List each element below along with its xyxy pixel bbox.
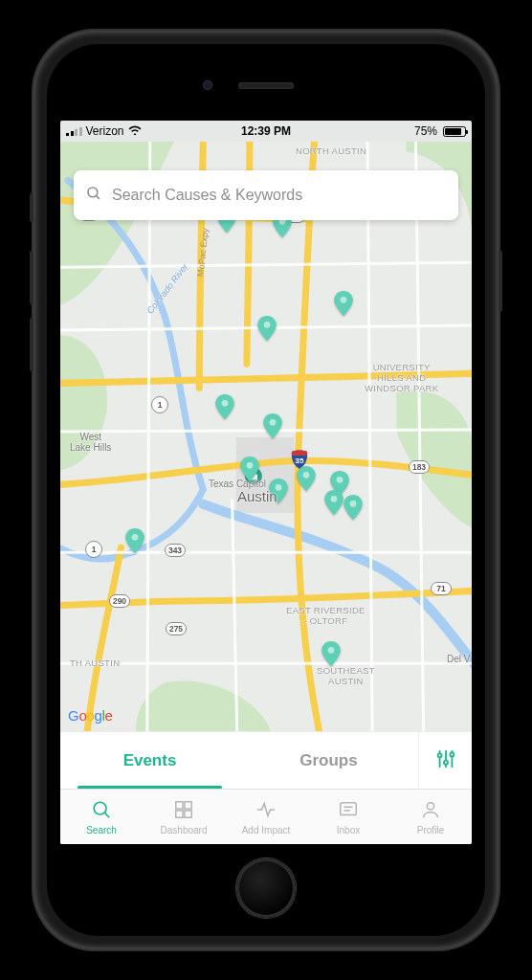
svg-point-8 [264, 322, 271, 328]
tab-label: Profile [417, 825, 444, 835]
phone-volume-down [30, 318, 33, 371]
svg-point-23 [437, 753, 441, 757]
tab-profile[interactable]: Profile [389, 790, 472, 844]
phone-mute-switch [30, 193, 33, 222]
svg-rect-31 [185, 801, 191, 808]
event-marker[interactable] [344, 495, 363, 520]
event-marker[interactable] [321, 641, 341, 666]
map-label: Del V [447, 654, 470, 664]
segment-events[interactable]: Events [60, 732, 239, 789]
svg-point-25 [443, 760, 447, 764]
search-input[interactable] [112, 187, 447, 204]
svg-line-29 [104, 813, 109, 817]
filter-button[interactable] [418, 732, 472, 789]
svg-point-16 [331, 496, 338, 502]
event-marker[interactable] [240, 457, 259, 481]
road-shield: 183 [409, 460, 430, 474]
event-marker[interactable] [297, 466, 316, 491]
road-shield: 1 [151, 396, 168, 413]
segment-row: Events Groups [60, 731, 472, 789]
phone-home-button[interactable] [236, 858, 296, 918]
sliders-icon [435, 748, 456, 773]
road-shield: 343 [165, 544, 186, 557]
battery-icon [443, 126, 466, 137]
map-label: EAST RIVERSIDE - OLTORF [286, 605, 366, 626]
svg-point-28 [94, 802, 106, 814]
phone-camera [203, 80, 212, 90]
phone-speaker [238, 82, 294, 89]
tab-bar: Search Dashboard Add Impact Inbox Profil… [60, 789, 472, 844]
road-shield: 1 [85, 541, 102, 558]
tab-search[interactable]: Search [60, 790, 143, 844]
event-marker[interactable] [324, 490, 344, 515]
svg-point-10 [222, 400, 229, 407]
search-icon [85, 185, 102, 206]
svg-point-20 [88, 188, 98, 197]
phone-volume-up [30, 251, 33, 304]
search-bar[interactable] [74, 170, 458, 220]
event-marker[interactable] [125, 528, 144, 553]
road-shield: 290 [109, 594, 130, 608]
pulse-icon [255, 799, 277, 822]
svg-point-27 [450, 752, 454, 756]
map-label: TH AUSTIN [70, 657, 120, 668]
svg-point-12 [247, 462, 254, 469]
map-label: SOUTHEAST AUSTIN [317, 665, 375, 686]
svg-line-21 [96, 195, 100, 199]
map-city-label: Austin [237, 491, 277, 501]
carrier-label: Verizon [86, 124, 124, 138]
tab-label: Inbox [337, 825, 360, 835]
signal-icon [66, 126, 82, 136]
map-label: UNIVERSITY HILLS AND WINDSOR PARK [365, 362, 438, 393]
phone-power [499, 251, 502, 312]
svg-text:35: 35 [296, 457, 304, 465]
svg-point-37 [427, 802, 433, 809]
segment-label: Events [123, 751, 177, 770]
user-icon [420, 799, 441, 822]
svg-rect-30 [176, 801, 183, 808]
svg-point-15 [337, 477, 344, 483]
map-label: NORTH AUSTIN [296, 145, 366, 156]
status-bar: Verizon 12:39 PM 75% [60, 121, 472, 142]
wifi-icon [128, 124, 142, 138]
map-label: West Lake Hills [70, 432, 111, 453]
svg-rect-34 [341, 802, 357, 814]
tab-dashboard[interactable]: Dashboard [143, 790, 225, 844]
svg-point-9 [341, 297, 347, 303]
event-marker[interactable] [215, 394, 234, 419]
chat-icon [338, 799, 359, 822]
tab-label: Dashboard [161, 825, 208, 835]
svg-point-18 [132, 534, 139, 541]
segment-label: Groups [299, 751, 357, 770]
segment-groups[interactable]: Groups [239, 732, 418, 789]
event-marker[interactable] [334, 291, 353, 316]
svg-point-14 [303, 472, 310, 479]
phone-bezel: Verizon 12:39 PM 75% [47, 44, 485, 936]
svg-rect-32 [176, 810, 183, 816]
search-icon [91, 799, 112, 822]
road-shield: 71 [431, 582, 452, 595]
event-marker[interactable] [257, 316, 277, 341]
phone-frame: Verizon 12:39 PM 75% [33, 31, 499, 949]
road-shield: 275 [166, 622, 187, 635]
tab-label: Search [86, 825, 117, 835]
svg-rect-33 [185, 810, 191, 816]
tab-add-impact[interactable]: Add Impact [225, 790, 307, 844]
tab-label: Add Impact [242, 825, 291, 835]
svg-point-11 [270, 419, 277, 426]
grid-icon [173, 799, 194, 822]
clock: 12:39 PM [241, 124, 291, 138]
screen: Verizon 12:39 PM 75% [60, 121, 472, 844]
google-logo: Google [68, 707, 113, 724]
event-marker[interactable] [263, 413, 282, 438]
svg-point-17 [350, 501, 357, 507]
battery-pct: 75% [414, 124, 437, 138]
map-view[interactable]: MoPac Expy Texas CapitolUNIVERSITY HILLS… [60, 142, 472, 731]
tab-inbox[interactable]: Inbox [307, 790, 389, 844]
svg-point-19 [328, 647, 335, 654]
